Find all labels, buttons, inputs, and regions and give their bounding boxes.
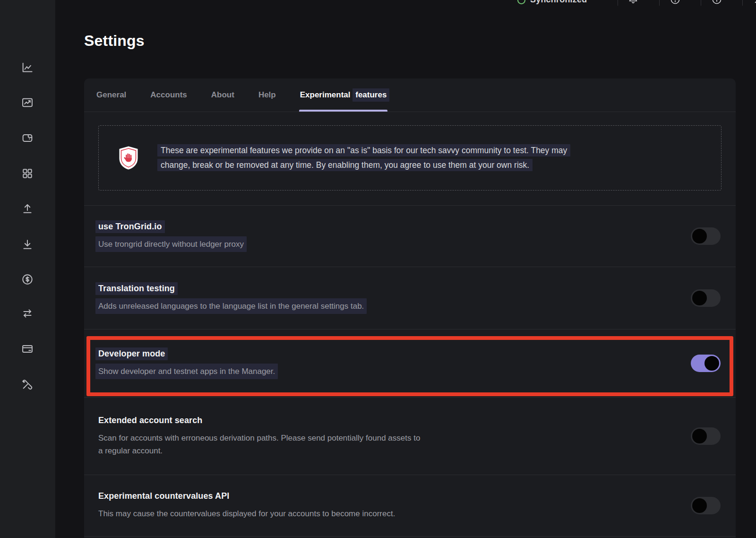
setting-title: Translation testing xyxy=(95,282,178,295)
swap-icon[interactable] xyxy=(20,306,34,321)
setting-description: This may cause the countervalues display… xyxy=(98,507,395,520)
setting-description: Adds unreleased languages to the languag… xyxy=(95,298,367,314)
tab-experimental-features[interactable]: Experimental features xyxy=(300,78,387,112)
setting-row-developer-mode: Developer mode Show developer and testne… xyxy=(84,330,736,398)
countervalues-api-toggle[interactable] xyxy=(691,497,721,514)
shield-hand-icon xyxy=(118,146,139,170)
settings-card: General Accounts About Help Experimental… xyxy=(84,78,736,538)
setting-row-translation-testing: Translation testing Adds unreleased lang… xyxy=(84,267,736,330)
toggle-knob xyxy=(692,498,707,513)
setting-title: Extended account search xyxy=(98,416,202,425)
tab-accounts[interactable]: Accounts xyxy=(150,78,187,112)
toggle-knob xyxy=(692,429,707,443)
send-arrow-up-icon[interactable] xyxy=(20,201,34,216)
tab-help[interactable]: Help xyxy=(258,78,276,112)
use-trongrid-toggle[interactable] xyxy=(691,227,721,245)
receive-arrow-down-icon[interactable] xyxy=(20,237,34,252)
setting-title: Experimental countervalues API xyxy=(98,491,229,501)
manager-tools-icon[interactable] xyxy=(20,377,34,391)
setting-row-extended-account-search: Extended account search Scan for account… xyxy=(84,398,736,475)
topbar-divider xyxy=(618,0,618,6)
toggle-knob xyxy=(704,356,719,371)
help-icon[interactable] xyxy=(670,0,681,5)
wallet-icon[interactable] xyxy=(20,131,34,145)
warning-section: These are experimental features we provi… xyxy=(84,112,736,206)
apps-grid-icon[interactable] xyxy=(20,166,34,181)
info-icon[interactable] xyxy=(711,0,722,5)
tab-about[interactable]: About xyxy=(211,78,234,112)
topbar-divider xyxy=(701,0,701,6)
tab-label-plain: Experimental xyxy=(300,90,353,100)
card-icon[interactable] xyxy=(20,342,34,356)
setting-description: Scan for accounts with erroneous derivat… xyxy=(98,432,420,457)
tab-label-highlighted: features xyxy=(352,88,389,102)
buy-sell-dollar-icon[interactable] xyxy=(20,272,34,286)
warning-text: These are experimental features we provi… xyxy=(157,143,570,173)
translation-testing-toggle[interactable] xyxy=(691,289,721,307)
sidebar xyxy=(0,0,55,538)
portfolio-chart-icon[interactable] xyxy=(20,61,34,75)
bell-icon[interactable] xyxy=(627,0,639,5)
sync-check-icon xyxy=(517,0,525,4)
toggle-knob xyxy=(692,291,707,305)
topbar: Synchronized xyxy=(55,0,756,7)
extended-account-search-toggle[interactable] xyxy=(691,427,721,445)
gear-icon[interactable] xyxy=(753,0,756,5)
active-tab-underline xyxy=(299,110,388,112)
topbar-divider xyxy=(742,0,743,6)
settings-tabs: General Accounts About Help Experimental… xyxy=(84,78,736,112)
tab-general[interactable]: General xyxy=(96,78,126,112)
toggle-knob xyxy=(692,229,707,243)
developer-mode-toggle[interactable] xyxy=(691,355,721,372)
warning-line-1: These are experimental features we provi… xyxy=(157,144,570,156)
setting-title: Developer mode xyxy=(95,347,168,360)
sync-label: Synchronized xyxy=(530,0,587,5)
experimental-warning-banner: These are experimental features we provi… xyxy=(98,125,722,191)
topbar-divider xyxy=(659,0,660,6)
setting-row-countervalues-api: Experimental countervalues API This may … xyxy=(84,475,736,537)
page-title: Settings xyxy=(84,32,145,50)
sync-status[interactable]: Synchronized xyxy=(517,0,587,5)
setting-description: Use trongrid directly without ledger pro… xyxy=(95,236,247,252)
setting-title: use TronGrid.io xyxy=(95,220,165,233)
market-icon[interactable] xyxy=(20,95,34,110)
setting-description: Show developer and testnet apps in the M… xyxy=(95,364,278,379)
setting-row-use-trongrid: use TronGrid.io Use trongrid directly wi… xyxy=(84,206,736,267)
warning-line-2: change, break or be removed at any time.… xyxy=(157,159,533,171)
